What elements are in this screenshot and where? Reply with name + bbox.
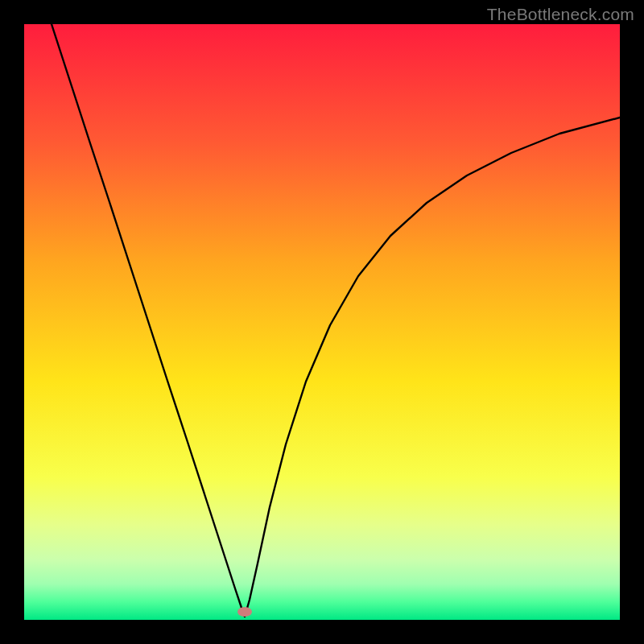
chart-svg — [24, 24, 620, 620]
watermark-text: TheBottleneck.com — [487, 5, 634, 24]
gradient-background — [24, 24, 620, 620]
plot-area — [24, 24, 620, 620]
minimum-marker — [237, 607, 252, 617]
outer-frame: TheBottleneck.com — [0, 0, 644, 644]
